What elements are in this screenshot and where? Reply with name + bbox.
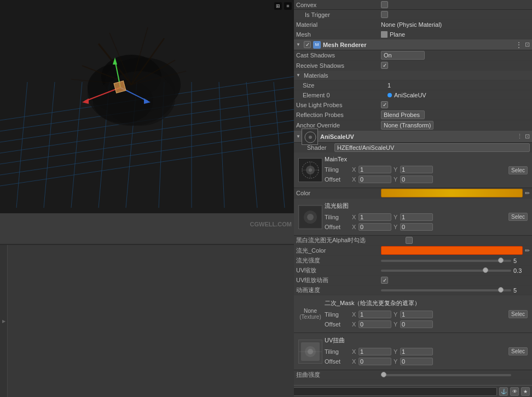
flowmap-tiling-y-axis: Y: [394, 214, 399, 220]
uv-distort-thumbnail[interactable]: [298, 340, 322, 364]
uv-distort-tiling-y-axis: Y: [394, 348, 399, 355]
reflection-probes-value[interactable]: Blend Probes: [381, 110, 425, 119]
distort-strength-track[interactable]: [381, 374, 511, 376]
convex-label: Convex: [296, 2, 381, 8]
mesh-renderer-icon: M: [313, 41, 321, 49]
flowmap-offset-y[interactable]: [400, 223, 433, 231]
flowmap-thumbnail[interactable]: [298, 205, 322, 229]
shader-value[interactable]: HZEffect/AniScaleUV: [334, 143, 530, 152]
second-mask-offset-y-axis: Y: [394, 321, 399, 328]
shader-label: Shader: [307, 144, 334, 151]
anchor-icon[interactable]: ⚓: [499, 387, 508, 396]
aniscale-menu[interactable]: ⋮: [517, 133, 523, 140]
flow-color-swatch[interactable]: [381, 246, 523, 255]
black-flow-checkbox[interactable]: [406, 237, 413, 244]
uv-distort-select-btn[interactable]: Selec: [508, 347, 528, 355]
mesh-renderer-toggle[interactable]: [304, 41, 311, 48]
black-flow-row: 黑白流光图无Alpha时勾选: [294, 236, 532, 246]
distort-strength-row: 扭曲强度: [294, 370, 532, 380]
maintex-thumbnail[interactable]: [298, 158, 322, 182]
flow-color-eyedropper[interactable]: ✏: [525, 247, 530, 254]
flow-strength-track[interactable]: [381, 260, 511, 262]
cast-shadows-value[interactable]: On: [381, 51, 425, 60]
uv-scale-thumb[interactable]: [483, 267, 488, 273]
eye-icon[interactable]: 👁: [510, 387, 519, 396]
flowmap-select-btn[interactable]: Selec: [508, 213, 528, 221]
uv-distort-tiling-y[interactable]: [400, 348, 433, 355]
star-icon[interactable]: ★: [521, 387, 530, 396]
anim-speed-track[interactable]: [381, 289, 511, 291]
mesh-value: Plane: [390, 31, 530, 38]
flowmap-tiling-y[interactable]: [400, 213, 433, 221]
uv-anim-checkbox[interactable]: [381, 277, 388, 284]
use-light-probes-checkbox[interactable]: [381, 101, 388, 108]
second-mask-offset-x[interactable]: [358, 320, 391, 328]
color-eyedropper[interactable]: ✏: [525, 190, 530, 197]
color-label: Color: [296, 190, 381, 196]
mesh-renderer-section[interactable]: ▼ M Mesh Renderer ⋮ ⊡: [294, 39, 532, 50]
material-label: Material: [296, 21, 381, 28]
maximize-icon[interactable]: ⊞: [274, 2, 282, 10]
is-trigger-checkbox[interactable]: [381, 11, 388, 18]
maintex-tiling-x[interactable]: [358, 166, 391, 173]
maintex-select-btn[interactable]: Selec: [508, 166, 528, 174]
convex-checkbox[interactable]: [381, 1, 388, 8]
inspector-scroll[interactable]: Convex Is Trigger Material None (Physic …: [294, 0, 532, 397]
flow-color-label: 流光_Color: [296, 247, 381, 255]
flow-strength-value: 5: [513, 258, 530, 264]
uv-distort-tiling-x[interactable]: [358, 348, 391, 355]
distort-strength-slider: [381, 374, 530, 376]
second-mask-tiling: Tiling X Y: [325, 310, 506, 319]
scroll-handle[interactable]: ▶: [0, 245, 8, 397]
aniscale-expand[interactable]: ⊡: [525, 133, 530, 140]
aniscale-thumbnail: [302, 129, 318, 145]
element0-label: Element 0: [303, 92, 388, 98]
cast-shadows-row: Cast Shadows On: [294, 50, 532, 61]
anim-speed-thumb[interactable]: [498, 287, 504, 293]
receive-shadows-checkbox[interactable]: [381, 62, 388, 69]
mesh-renderer-expand[interactable]: ⊡: [525, 41, 530, 48]
flowmap-offset: Offset X Y: [325, 222, 506, 232]
maintex-tiling-y[interactable]: [400, 166, 433, 173]
viewport-3d[interactable]: [0, 0, 294, 213]
flow-strength-thumb[interactable]: [498, 258, 504, 263]
convex-row: Convex: [294, 0, 532, 10]
tiling-label: Tiling: [325, 166, 352, 173]
is-trigger-row: Is Trigger: [294, 10, 532, 20]
tiling-x-axis: X: [352, 166, 357, 173]
uv-distort-offset-x[interactable]: [358, 358, 391, 365]
uv-scale-label: UV缩放: [296, 266, 381, 275]
aniscale-section[interactable]: ▼ AniScaleUV ⋮ ⊡: [294, 131, 532, 143]
maintex-offset-y[interactable]: [400, 176, 433, 183]
svg-point-52: [307, 214, 314, 220]
flowmap-offset-x-axis: X: [352, 224, 357, 230]
reflection-probes-label: Reflection Probes: [296, 112, 381, 118]
anchor-override-value[interactable]: None (Transform): [381, 121, 433, 130]
flowmap-offset-x[interactable]: [358, 223, 391, 231]
anchor-override-label: Anchor Override: [296, 122, 381, 129]
uv-distort-offset-y-axis: Y: [394, 358, 399, 365]
second-mask-tiling-y-axis: Y: [394, 311, 399, 318]
distort-strength-thumb[interactable]: [381, 372, 386, 377]
uv-distort-row: UV扭曲 Tiling X Y: [296, 335, 530, 367]
size-value: 1: [388, 82, 530, 89]
settings-icon[interactable]: ≡: [284, 2, 292, 10]
second-mask-tiling-y[interactable]: [400, 311, 433, 318]
second-mask-tiling-x[interactable]: [358, 311, 391, 318]
second-mask-offset-y[interactable]: [400, 320, 433, 328]
color-swatch[interactable]: [381, 189, 523, 197]
flowmap-tiling-x[interactable]: [358, 213, 391, 221]
material-row: Material None (Physic Material): [294, 20, 532, 30]
uv-distort-tiling-label: Tiling: [325, 348, 352, 355]
second-mask-label: 二次_Mask（给流光更复杂的遮罩）: [325, 299, 506, 307]
uv-scale-track[interactable]: [381, 270, 511, 272]
use-light-probes-row: Use Light Probes: [294, 100, 532, 110]
second-mask-select-btn[interactable]: Selec: [508, 310, 528, 318]
uv-distort-offset-y[interactable]: [400, 358, 433, 365]
mesh-renderer-menu[interactable]: ⋮: [515, 40, 523, 49]
uv-anim-row: UV组放动画: [294, 276, 532, 285]
materials-arrow[interactable]: ▼: [296, 73, 302, 78]
viewport-size-controls: ⊞ ≡: [274, 2, 292, 10]
maintex-offset-x[interactable]: [358, 176, 391, 183]
flowmap-section: 流光贴图 Tiling X Y: [294, 198, 532, 236]
